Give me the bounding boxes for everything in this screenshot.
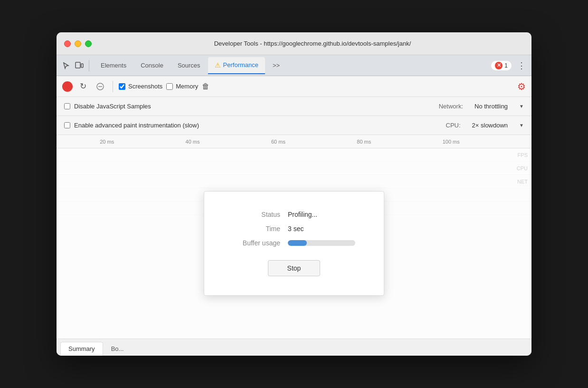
settings-left-2: Enable advanced paint instrumentation (s… (64, 122, 199, 129)
minimize-button[interactable] (75, 40, 81, 47)
stop-button[interactable]: Stop (268, 260, 321, 276)
buffer-fill (288, 240, 307, 246)
modal-overlay: Status Profiling... Time 3 sec Buffer us… (57, 148, 531, 339)
dialog-rows: Status Profiling... Time 3 sec Buffer us… (233, 211, 355, 247)
buffer-row: Buffer usage (233, 239, 355, 247)
main-content: FPS CPU NET Status Profiling... (57, 148, 531, 339)
memory-checkbox-group[interactable]: Memory (166, 83, 198, 90)
settings-left: Disable JavaScript Samples (64, 103, 151, 110)
bottom-tabs: Summary Bo... (57, 339, 531, 356)
record-button[interactable] (62, 81, 73, 92)
cursor-icon[interactable] (60, 60, 72, 71)
window-title: Developer Tools - https://googlechrome.g… (101, 40, 524, 47)
tab-performance[interactable]: ⚠ Performance (208, 57, 265, 74)
network-label: Network: (439, 103, 463, 110)
cancel-icon (96, 82, 104, 91)
tab-elements[interactable]: Elements (94, 57, 133, 74)
ruler-mark-80: 80 ms (357, 139, 371, 145)
device-icon[interactable] (74, 60, 85, 71)
enable-paint-label: Enable advanced paint instrumentation (s… (74, 122, 199, 129)
time-value: 3 sec (288, 225, 303, 233)
tab-bottom-up[interactable]: Bo... (103, 342, 132, 356)
ruler-mark-20: 20 ms (100, 139, 114, 145)
disable-js-samples-checkbox[interactable] (64, 103, 70, 109)
tab-summary[interactable]: Summary (60, 342, 103, 356)
time-label: Time (233, 225, 280, 233)
disable-js-samples-label: Disable JavaScript Samples (74, 103, 151, 110)
reload-icon: ↻ (80, 81, 86, 91)
devtools-window: Developer Tools - https://googlechrome.g… (57, 32, 531, 356)
title-bar: Developer Tools - https://googlechrome.g… (57, 32, 531, 55)
close-button[interactable] (64, 40, 71, 47)
buffer-label: Buffer usage (233, 239, 280, 247)
timeline-ruler: 20 ms 40 ms 60 ms 80 ms 100 ms (57, 135, 531, 148)
gear-icon[interactable]: ⚙ (517, 81, 526, 92)
settings-row-2: Enable advanced paint instrumentation (s… (57, 116, 531, 135)
menu-dots[interactable]: ⋮ (515, 60, 528, 71)
settings-right-2: CPU: 2× slowdown ▼ (446, 122, 524, 129)
network-value: No throttling (474, 103, 508, 110)
svg-rect-1 (81, 64, 83, 68)
traffic-lights (64, 40, 92, 47)
time-row: Time 3 sec (233, 225, 355, 233)
memory-checkbox[interactable] (166, 83, 173, 90)
svg-rect-0 (76, 62, 80, 68)
status-label: Status (233, 211, 280, 218)
screenshots-checkbox-group[interactable]: Screenshots (119, 83, 162, 90)
cancel-button[interactable] (94, 80, 107, 93)
tab-bar: Elements Console Sources ⚠ Performance >… (57, 55, 531, 76)
trash-icon[interactable]: 🗑 (202, 82, 209, 91)
cpu-value: 2× slowdown (472, 122, 508, 129)
cpu-dropdown-arrow[interactable]: ▼ (519, 123, 524, 128)
memory-label: Memory (176, 83, 198, 90)
status-value: Profiling... (288, 211, 317, 218)
toolbar-divider (113, 81, 113, 92)
error-icon: ✕ (495, 62, 503, 69)
network-dropdown-arrow[interactable]: ▼ (519, 104, 524, 109)
ruler-mark-100: 100 ms (443, 139, 460, 145)
ruler-mark-60: 60 ms (271, 139, 285, 145)
ruler-marks: 20 ms 40 ms 60 ms 80 ms 100 ms (64, 139, 524, 145)
screenshots-label: Screenshots (128, 83, 162, 90)
settings-row-1: Disable JavaScript Samples Network: No t… (57, 97, 531, 116)
settings-right: Network: No throttling ▼ (439, 103, 524, 110)
toolbar: ↻ Screenshots Memory 🗑 ⚙ (57, 76, 531, 97)
reload-button[interactable]: ↻ (76, 80, 90, 93)
error-badge[interactable]: ✕ 1 (491, 61, 512, 70)
tab-console[interactable]: Console (134, 57, 170, 74)
tab-bar-icons (60, 60, 89, 71)
tab-more[interactable]: >> (266, 57, 286, 74)
tab-bar-right: ✕ 1 ⋮ (491, 60, 528, 71)
warning-icon: ⚠ (215, 61, 221, 69)
tab-sources[interactable]: Sources (171, 57, 207, 74)
ruler-mark-40: 40 ms (186, 139, 200, 145)
status-row: Status Profiling... (233, 211, 355, 218)
enable-paint-checkbox[interactable] (64, 122, 70, 128)
profiling-dialog: Status Profiling... Time 3 sec Buffer us… (204, 191, 384, 296)
screenshots-checkbox[interactable] (119, 83, 125, 90)
cpu-label: CPU: (446, 122, 461, 129)
error-count: 1 (504, 62, 508, 69)
maximize-button[interactable] (85, 40, 92, 47)
buffer-progress (288, 240, 355, 246)
